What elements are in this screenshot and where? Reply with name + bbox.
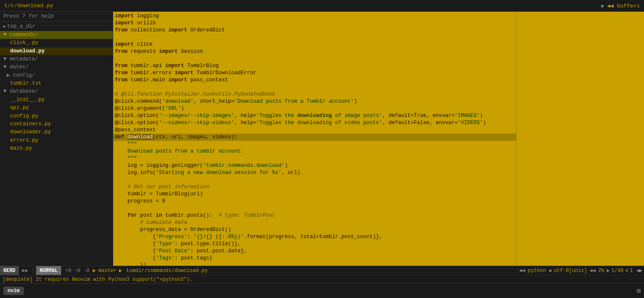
sidebar-item-containers-py[interactable]: containers.py — [0, 120, 113, 128]
status-pct-arrow: ▶ — [607, 267, 610, 274]
code-line-10: from tumblr.main import pass_context — [113, 77, 516, 84]
code-line-24 — [113, 176, 516, 184]
editor-container: t/c/download.py ▶ ◀◀ buffers Press ? for… — [0, 0, 644, 298]
sidebar-empty-10 — [0, 226, 113, 234]
sidebar-empty-13 — [0, 250, 113, 258]
status-pct-arrows: ◀◀ — [589, 267, 595, 274]
code-line-17: @pass_context — [113, 127, 516, 134]
sidebar-item-top-dir[interactable]: top_a_dir — [0, 23, 113, 31]
status-git-info: +0 ~0 -0 — [63, 268, 92, 274]
sidebar-help-text: Press ? for help — [0, 13, 113, 21]
sidebar-item-main-py[interactable]: main.py — [0, 145, 113, 153]
sidebar-item-errors-py[interactable]: errors.py — [0, 137, 113, 145]
code-line-36: }) — [113, 262, 516, 266]
sidebar-item-database[interactable]: ▼ database/ — [0, 88, 113, 96]
title-bar-buffers: ◀◀ buffers — [607, 3, 640, 9]
sidebar-item-downloader-py[interactable]: downloader.py — [0, 128, 113, 136]
code-line-19: """ — [113, 141, 516, 148]
right-empty-pane — [516, 12, 644, 266]
sidebar-item-dates[interactable]: ▼ dates/ — [0, 63, 113, 71]
sidebar-item-metadata[interactable]: ▼ metadata/ — [0, 55, 113, 63]
code-line-34: {'Post Date': post.post.date}, — [113, 248, 516, 255]
code-line-33: {'Type': post.type.title()}, — [113, 241, 516, 248]
sidebar-item-click-py[interactable]: click_.py — [0, 39, 113, 47]
status-bar: NERD ▶▶ | NORMAL +0 ~0 -0 ▶ master ▶ tum… — [0, 266, 644, 275]
status-filepath: tumdlr/commands/download.py — [123, 268, 211, 274]
code-line-25: # Get our post information — [113, 184, 516, 191]
code-line-3: from collections import OrderedDict — [113, 27, 516, 34]
code-line-16: @click.option('--videos/--skip-videos', … — [113, 119, 516, 127]
sidebar-empty-9 — [0, 218, 113, 225]
code-line-4 — [113, 34, 516, 41]
code-line-13: @click.command('download', short_help='D… — [113, 98, 516, 105]
code-line-1: import logging — [113, 13, 516, 20]
code-line-7 — [113, 55, 516, 62]
code-line-30: # cumulate data — [113, 219, 516, 226]
code-line-20: Download posts from a tumblr account. — [113, 148, 516, 155]
sidebar-empty-4 — [0, 177, 113, 185]
sidebar-empty-1 — [0, 153, 113, 161]
message-text: [deoplete] It requires Neovim with Pytho… — [3, 277, 193, 282]
sidebar-item-init-py[interactable]: __init__.py — [0, 96, 113, 104]
code-line-6: from requests import Session — [113, 48, 516, 55]
status-percent: 2% — [596, 268, 607, 274]
code-line-12: # @cli.function PyInstaller.hookutils.Py… — [113, 91, 516, 98]
sidebar-nerdtree[interactable]: Press ? for help top_a_dir ▼ commands/ c… — [0, 12, 113, 266]
status-end-arrows: ◀▶ — [635, 267, 644, 274]
status-branch-arrow: ▶ — [92, 267, 96, 274]
sidebar-item-commands[interactable]: ▼ commands/ — [0, 31, 113, 39]
code-line-11 — [113, 84, 516, 91]
bottom-bar: nvim ⊞ — [0, 283, 644, 298]
sidebar-empty-11 — [0, 234, 113, 242]
sidebar-empty-7 — [0, 202, 113, 210]
code-line-21: """ — [113, 155, 516, 162]
sidebar-empty-5 — [0, 185, 113, 193]
title-bar-arrow: ▶ — [601, 3, 605, 9]
status-nerd-label: NERD — [0, 266, 19, 275]
editor-main: Press ? for help top_a_dir ▼ commands/ c… — [0, 12, 644, 266]
status-right-arrows-left: ◀◀ — [519, 267, 525, 274]
code-line-2: import urllib — [113, 20, 516, 27]
status-nerd-arrows: ▶▶ — [21, 267, 30, 274]
status-lang: python — [525, 268, 548, 274]
status-branch: master — [97, 268, 118, 274]
code-line-23: log.info('Starting a new download sessio… — [113, 169, 516, 176]
sidebar-empty-14 — [0, 258, 113, 266]
sidebar-item-config-py[interactable]: config.py — [0, 112, 113, 120]
status-mode: NORMAL — [36, 266, 61, 275]
code-line-27: progress = 0 — [113, 198, 516, 205]
sidebar-item-api-py[interactable]: api.py — [0, 104, 113, 112]
code-line-22: log = logging.getLogger('tumblr.commands… — [113, 162, 516, 169]
status-col: 1 — [628, 268, 634, 274]
sidebar-item-tumblr-txt[interactable]: tumblr.txt — [0, 80, 113, 88]
sidebar-empty-12 — [0, 242, 113, 250]
sidebar-empty-8 — [0, 210, 113, 218]
status-sep1: | — [30, 268, 36, 274]
title-bar-filename: t/c/download.py — [4, 3, 601, 9]
code-line-29: for post in tumblr.posts(): # type: Tumb… — [113, 212, 516, 219]
title-bar: t/c/download.py ▶ ◀◀ buffers — [0, 0, 644, 12]
code-line-15: @click.option('--images/--skip-images', … — [113, 112, 516, 119]
code-line-9: from tumblr.errors import TumblrDownload… — [113, 70, 516, 77]
code-editor-pane[interactable]: import logging import urllib from collec… — [113, 12, 516, 266]
code-line-26: tumblr = TumblrBlog(url) — [113, 191, 516, 198]
sidebar-empty-6 — [0, 193, 113, 201]
status-position: 1/48 — [610, 268, 625, 274]
message-bar: [deoplete] It requires Neovim with Pytho… — [0, 275, 644, 283]
code-line-31: progress_data = OrderedDict() — [113, 226, 516, 233]
status-encoding: utf-8[unix] — [551, 268, 589, 274]
sidebar-item-download-py[interactable]: download.py — [0, 47, 113, 55]
code-line-18: def download(ctx, url, images, videos): — [113, 134, 516, 141]
sidebar-empty-2 — [0, 161, 113, 169]
status-enc-arrow: ◀ — [548, 267, 551, 274]
code-content: import logging import urllib from collec… — [113, 13, 516, 266]
sidebar-empty-3 — [0, 169, 113, 177]
code-line-28 — [113, 205, 516, 212]
code-line-35: {'Tags': post.tags} — [113, 255, 516, 262]
status-position-sym: ≡ — [625, 268, 628, 274]
sidebar-item-config[interactable]: ▶ config/ — [0, 72, 113, 80]
code-line-5: import click — [113, 41, 516, 48]
bottom-right-icon: ⊞ — [636, 287, 641, 295]
code-line-32: {'Progress': '{}/{} ({:.0%})'.format(pro… — [113, 233, 516, 241]
code-line-8: from tumblr.api import TumblrBlog — [113, 62, 516, 70]
